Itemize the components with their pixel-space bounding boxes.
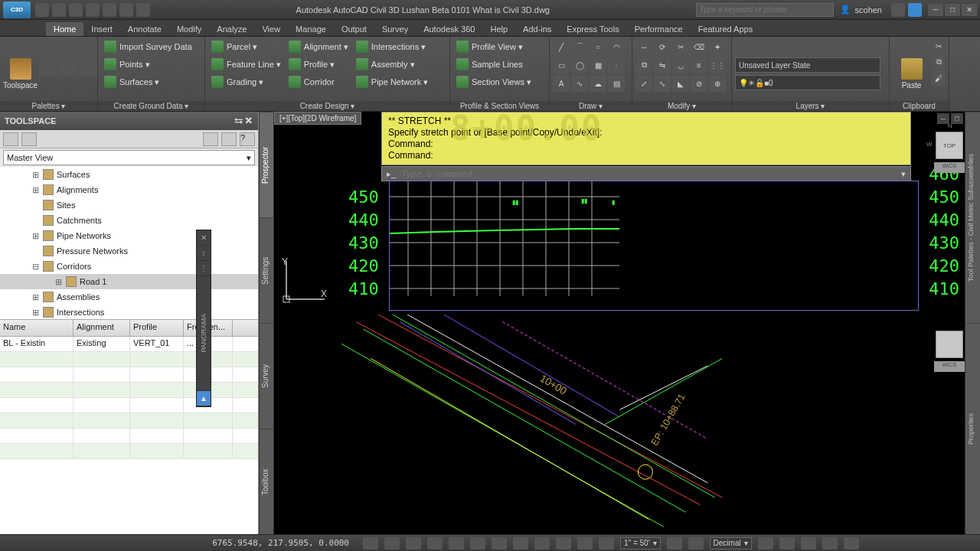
tab-modify[interactable]: Modify (169, 22, 209, 36)
tree-assemblies[interactable]: ⊞Assemblies (0, 289, 258, 305)
sb-grid-icon[interactable] (406, 537, 421, 549)
sb-dyn-icon[interactable] (534, 537, 550, 549)
qat-undo-icon[interactable] (119, 3, 133, 17)
ts-tree-icon[interactable] (203, 132, 218, 146)
app-icon[interactable]: C3D (3, 2, 31, 18)
viewport[interactable]: [+][Top][2D Wireframe] ─ □ ✕ ** STRETCH … (274, 112, 980, 534)
tab-analyze[interactable]: Analyze (209, 22, 254, 36)
sb-otrack-icon[interactable] (513, 537, 528, 549)
qat-open-icon[interactable] (52, 3, 66, 17)
featureline-button[interactable]: Feature Line ▾ (208, 56, 284, 73)
expand-icon[interactable]: ⊞ (31, 170, 40, 180)
hatch-icon[interactable]: ▦ (590, 57, 606, 73)
tab-addins[interactable]: Add-ins (515, 22, 559, 36)
tree-pipenetworks[interactable]: ⊞Pipe Networks (0, 228, 258, 243)
expand-icon[interactable]: ⊞ (31, 231, 40, 241)
layer-current-combo[interactable]: 💡☀🔓■ 0 (735, 75, 880, 90)
wcs-label[interactable]: WCS (934, 162, 965, 173)
tab-annotate[interactable]: Annotate (120, 22, 169, 36)
maximize-button[interactable]: □ (945, 4, 960, 16)
col-name[interactable]: Name (0, 320, 74, 336)
tab-help[interactable]: Help (482, 22, 515, 36)
sb-3dosnap-icon[interactable] (492, 537, 507, 549)
tab-featured[interactable]: Featured Apps (691, 22, 761, 36)
tab-toolbox[interactable]: Toolbox (260, 429, 273, 534)
col-alignment[interactable]: Alignment (74, 320, 130, 336)
cube-face[interactable]: TOP (936, 132, 963, 159)
viewport-label[interactable]: [+][Top][2D Wireframe] (274, 112, 361, 125)
layer-prop-icon[interactable] (735, 40, 752, 55)
copy-icon[interactable]: ⧉ (635, 57, 652, 73)
cell-name[interactable]: BL - Existin (0, 337, 74, 351)
layer-freeze-icon[interactable] (772, 40, 789, 55)
cmd-dropdown-icon[interactable]: ▾ (901, 169, 906, 179)
tree-pressurenetworks[interactable]: Pressure Networks (0, 243, 258, 259)
ellipse-icon[interactable]: ◯ (571, 57, 588, 73)
paste-button[interactable]: Paste (893, 38, 930, 109)
sb-annovis-icon[interactable] (688, 537, 704, 549)
tab-home[interactable]: Home (46, 22, 83, 36)
rotate-icon[interactable]: ⟳ (654, 38, 671, 55)
sb-annoscale-icon[interactable] (667, 537, 682, 549)
sb-polar-icon[interactable] (449, 537, 464, 549)
ts-list-icon[interactable] (221, 132, 237, 146)
break-icon[interactable]: ⊘ (691, 75, 707, 92)
tab-survey[interactable]: Survey (374, 22, 416, 36)
plan-view[interactable]: 10+00 EP: 10+88.71 (274, 315, 980, 534)
text-icon[interactable]: A (553, 75, 570, 92)
cell-align[interactable]: Existing (74, 337, 130, 351)
sb-lwt-icon[interactable] (556, 537, 571, 549)
tab-performance[interactable]: Performance (627, 22, 691, 36)
tab-autodesk360[interactable]: Autodesk 360 (416, 22, 482, 36)
sb-snap-icon[interactable] (384, 537, 400, 549)
revcloud-icon[interactable]: ☁ (590, 75, 606, 92)
qat-new-icon[interactable] (35, 3, 49, 17)
polyline-icon[interactable]: ⌒ (571, 38, 588, 55)
rect-icon[interactable]: ▭ (553, 57, 570, 73)
cell-profile[interactable]: VERT_01 (130, 337, 184, 351)
toolspace-view-combo[interactable]: Master View▾ (3, 150, 255, 165)
tree-sites[interactable]: Sites (0, 197, 258, 213)
tree-alignments[interactable]: ⊞Alignments (0, 182, 258, 197)
panorama-toolbar[interactable]: ✕ ↕ ⋮ PANORAMA ▲ (196, 230, 211, 407)
sb-lock-icon[interactable] (779, 537, 795, 549)
palette-btn-6[interactable] (79, 58, 97, 75)
corridor-button[interactable]: Corridor (286, 73, 351, 90)
qat-saveas-icon[interactable] (86, 3, 100, 17)
move-icon[interactable]: ↔ (635, 38, 652, 55)
tab-settings[interactable]: Settings (260, 217, 273, 323)
stretch-icon[interactable]: ⤢ (635, 75, 652, 92)
ts-home-icon[interactable] (3, 132, 18, 146)
trim-icon[interactable]: ✂ (672, 38, 689, 55)
offset-icon[interactable]: ≡ (691, 57, 707, 73)
grid-row[interactable]: BL - Existin Existing VERT_01 ... (0, 337, 258, 352)
region-icon[interactable]: ▤ (608, 75, 625, 92)
layer-match-icon[interactable] (827, 40, 844, 55)
grid-body[interactable]: BL - Existin Existing VERT_01 ... (0, 337, 258, 534)
help-icon[interactable] (908, 3, 922, 17)
profile-view[interactable]: 450 440 430 420 410 460 450 440 430 420 … (389, 181, 919, 311)
panorama-icon-1[interactable]: ↕ (197, 246, 211, 261)
panorama-arrow-icon[interactable]: ▲ (197, 391, 211, 406)
tab-express[interactable]: Express Tools (559, 22, 626, 36)
scale-icon[interactable]: ⤡ (654, 75, 671, 92)
wcs-label[interactable]: WCS (934, 361, 965, 372)
expand-icon[interactable]: ⊞ (31, 292, 40, 302)
sb-units-combo[interactable]: Decimal▾ (710, 537, 752, 549)
tab-prospector[interactable]: Prospector (260, 112, 273, 217)
expand-icon[interactable]: ⊞ (31, 308, 40, 318)
tree-road1[interactable]: ⊞Road 1 (0, 274, 258, 289)
panel-layers-label[interactable]: Layers ▾ (732, 101, 889, 111)
panorama-icon-2[interactable]: ⋮ (197, 261, 211, 276)
sb-workspace-icon[interactable] (758, 537, 773, 549)
sb-ortho-icon[interactable] (427, 537, 443, 549)
sb-transparency-icon[interactable] (577, 537, 593, 549)
circle-icon[interactable]: ○ (590, 38, 606, 55)
tree-corridors[interactable]: ⊟Corridors (0, 259, 258, 274)
collapse-icon[interactable]: ⊟ (31, 262, 40, 272)
tree-surfaces[interactable]: ⊞Surfaces (0, 167, 258, 182)
tab-properties[interactable]: Properties (965, 323, 980, 534)
ts-refresh-icon[interactable] (21, 132, 37, 146)
palette-btn-3[interactable] (79, 40, 97, 57)
pipenetwork-button[interactable]: Pipe Network ▾ (353, 73, 431, 90)
